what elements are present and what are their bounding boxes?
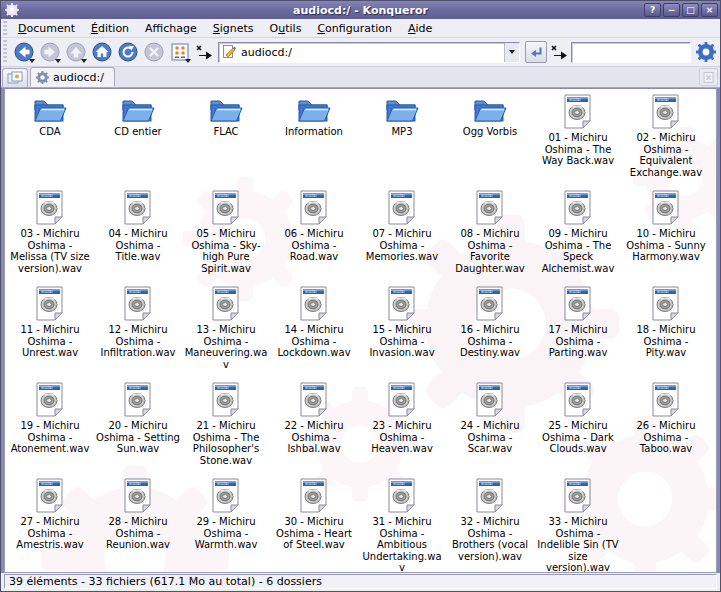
icon-view-button[interactable] — [168, 40, 192, 64]
file-item-25[interactable]: 20 - Michiru Oshima - Setting Sun.wav — [94, 382, 182, 466]
folder-item-3[interactable]: Information — [270, 94, 358, 178]
clear-location-button[interactable] — [194, 40, 214, 64]
new-tab-button[interactable] — [2, 68, 28, 87]
file-item-19[interactable]: 14 - Michiru Oshima - Lockdown.wav — [270, 286, 358, 370]
file-item-7[interactable]: 02 - Michiru Oshima - Equivalent Exchang… — [622, 94, 710, 178]
tab-audiocd[interactable]: audiocd:/ — [30, 67, 115, 87]
folder-icon — [471, 94, 509, 124]
folder-item-2[interactable]: FLAC — [182, 94, 270, 178]
file-item-6[interactable]: 01 - Michiru Oshima - The Way Back.wav — [534, 94, 622, 178]
file-item-24[interactable]: 19 - Michiru Oshima - Atonement.wav — [6, 382, 94, 466]
back-history-arrow-icon[interactable] — [29, 59, 35, 63]
file-item-20[interactable]: 15 - Michiru Oshima - Invasion.wav — [358, 286, 446, 370]
file-caption: 20 - Michiru Oshima - Setting Sun.wav — [96, 420, 180, 455]
menu-document[interactable]: Document — [10, 20, 83, 37]
file-item-12[interactable]: 07 - Michiru Oshima - Memories.wav — [358, 190, 446, 274]
clear-location-icon — [195, 43, 213, 61]
folder-item-5[interactable]: Ogg Vorbis — [446, 94, 534, 178]
folder-item-4[interactable]: MP3 — [358, 94, 446, 178]
file-item-29[interactable]: 24 - Michiru Oshima - Scar.wav — [446, 382, 534, 466]
search-field[interactable] — [571, 42, 691, 63]
file-caption: 14 - Michiru Oshima - Lockdown.wav — [272, 324, 356, 359]
home-icon — [91, 41, 113, 63]
up-button[interactable] — [64, 40, 88, 64]
menu-aide[interactable]: Aide — [400, 20, 440, 37]
file-item-16[interactable]: 11 - Michiru Oshima - Unrest.wav — [6, 286, 94, 370]
file-caption: 12 - Michiru Oshima - Infiltration.wav — [96, 324, 180, 359]
file-caption: 27 - Michiru Oshima - Amestris.wav — [8, 516, 92, 551]
file-item-10[interactable]: 05 - Michiru Oshima - Sky-high Pure Spir… — [182, 190, 270, 274]
window-title: audiocd:/ - Konqueror — [1, 4, 720, 17]
go-button[interactable] — [525, 41, 547, 63]
file-item-35[interactable]: 30 - Michiru Oshima - Heart of Steel.wav — [270, 478, 358, 573]
reload-icon — [117, 41, 139, 63]
sound-file-icon — [475, 190, 505, 226]
file-item-27[interactable]: 22 - Michiru Oshima - Ishbal.wav — [270, 382, 358, 466]
back-button[interactable] — [12, 40, 36, 64]
file-item-21[interactable]: 16 - Michiru Oshima - Destiny.wav — [446, 286, 534, 370]
file-item-37[interactable]: 32 - Michiru Oshima - Brothers (vocal ve… — [446, 478, 534, 573]
file-item-38[interactable]: 33 - Michiru Oshima - Indelible Sin (TV … — [534, 478, 622, 573]
titlebar[interactable]: audiocd:/ - Konqueror ?−□× — [1, 1, 720, 19]
file-item-15[interactable]: 10 - Michiru Oshima - Sunny Harmony.wav — [622, 190, 710, 274]
file-caption: 23 - Michiru Oshima - Heaven.wav — [360, 420, 444, 455]
home-button[interactable] — [90, 40, 114, 64]
folder-item-0[interactable]: CDA — [6, 94, 94, 178]
file-item-31[interactable]: 26 - Michiru Oshima - Taboo.wav — [622, 382, 710, 466]
close-tab-button[interactable] — [699, 68, 718, 86]
file-item-13[interactable]: 08 - Michiru Oshima - Favorite Daughter.… — [446, 190, 534, 274]
file-caption: 07 - Michiru Oshima - Memories.wav — [360, 228, 444, 263]
close-button[interactable]: × — [701, 3, 718, 17]
sound-file-icon — [387, 478, 417, 514]
help-button[interactable]: ? — [644, 3, 661, 17]
file-item-34[interactable]: 29 - Michiru Oshima - Warmth.wav — [182, 478, 270, 573]
menu-outils[interactable]: Outils — [262, 20, 310, 37]
search-input[interactable] — [572, 43, 690, 62]
file-item-11[interactable]: 06 - Michiru Oshima - Road.wav — [270, 190, 358, 274]
view-mode-arrow-icon[interactable] — [185, 59, 191, 63]
file-item-26[interactable]: 21 - Michiru Oshima - The Philosopher's … — [182, 382, 270, 466]
file-item-36[interactable]: 31 - Michiru Oshima - Ambitious Undertak… — [358, 478, 446, 573]
konqueror-gear-icon — [5, 3, 19, 17]
menu-affichage[interactable]: Affichage — [137, 20, 205, 37]
file-view[interactable]: CDACD entierFLACInformationMP3Ogg Vorbis… — [4, 88, 717, 573]
location-bar[interactable] — [218, 42, 520, 63]
file-item-8[interactable]: 03 - Michiru Oshima - Melissa (TV size v… — [6, 190, 94, 274]
toolbar-grip[interactable] — [3, 40, 8, 64]
menu-edition[interactable]: Édition — [83, 20, 137, 37]
folder-icon — [119, 94, 157, 124]
file-item-14[interactable]: 09 - Michiru Oshima - The Speck Alchemis… — [534, 190, 622, 274]
file-item-22[interactable]: 17 - Michiru Oshima - Parting.wav — [534, 286, 622, 370]
file-item-9[interactable]: 04 - Michiru Oshima - Title.wav — [94, 190, 182, 274]
forward-history-arrow-icon[interactable] — [55, 59, 61, 63]
file-caption: 21 - Michiru Oshima - The Philosopher's … — [184, 420, 268, 466]
file-item-23[interactable]: 18 - Michiru Oshima - Pity.wav — [622, 286, 710, 370]
file-item-30[interactable]: 25 - Michiru Oshima - Dark Clouds.wav — [534, 382, 622, 466]
forward-button[interactable] — [38, 40, 62, 64]
file-caption: CDA — [39, 126, 60, 138]
toolbar-grip[interactable] — [3, 21, 8, 35]
file-item-33[interactable]: 28 - Michiru Oshima - Reunion.wav — [94, 478, 182, 573]
new-tab-icon — [7, 71, 23, 85]
sound-file-icon — [563, 382, 593, 418]
up-arrow-icon[interactable] — [81, 59, 87, 63]
reload-button[interactable] — [116, 40, 140, 64]
maximize-button[interactable]: □ — [682, 3, 699, 17]
sound-file-icon — [35, 190, 65, 226]
file-item-17[interactable]: 12 - Michiru Oshima - Infiltration.wav — [94, 286, 182, 370]
sound-file-icon — [123, 478, 153, 514]
folder-item-1[interactable]: CD entier — [94, 94, 182, 178]
file-item-18[interactable]: 13 - Michiru Oshima - Maneuvering.wav — [182, 286, 270, 370]
sound-file-icon — [563, 190, 593, 226]
menu-configuration[interactable]: Configuration — [309, 20, 400, 37]
main-toolbar — [1, 38, 720, 67]
file-item-28[interactable]: 23 - Michiru Oshima - Heaven.wav — [358, 382, 446, 466]
location-dropdown-button[interactable] — [504, 43, 519, 62]
file-item-32[interactable]: 27 - Michiru Oshima - Amestris.wav — [6, 478, 94, 573]
clear-search-button[interactable] — [549, 40, 569, 64]
stop-button[interactable] — [142, 40, 166, 64]
file-caption: 26 - Michiru Oshima - Taboo.wav — [624, 420, 708, 455]
location-input[interactable] — [239, 45, 504, 60]
minimize-button[interactable]: − — [663, 3, 680, 17]
menu-signets[interactable]: Signets — [205, 20, 262, 37]
